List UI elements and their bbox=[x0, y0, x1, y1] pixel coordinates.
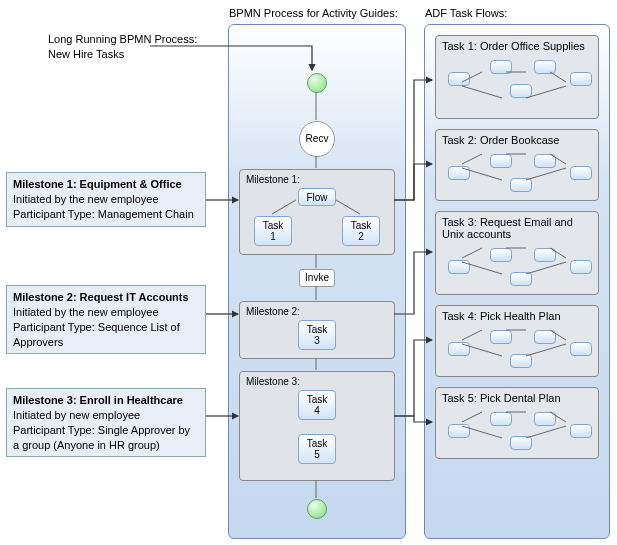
task2-node: Task 2 bbox=[342, 216, 380, 246]
m1-line3: Participant Type: Management Chain bbox=[13, 207, 199, 222]
adf-panel: ADF Task Flows: Task 1: Order Office Sup… bbox=[424, 24, 610, 539]
task1-node: Task 1 bbox=[254, 216, 292, 246]
task4-label: Task 4 bbox=[307, 394, 328, 416]
bpmn-panel: BPMN Process for Activity Guides: Recv M… bbox=[228, 24, 406, 539]
task2-label: Task 2 bbox=[351, 220, 372, 242]
adf-task4-label: Task 4: Pick Health Plan bbox=[442, 310, 561, 322]
m2-line2: Initiated by the new employee bbox=[13, 305, 199, 320]
m3-title: Milestone 3: Enroll in Healthcare bbox=[13, 393, 199, 408]
m2-title: Milestone 2: Request IT Accounts bbox=[13, 290, 199, 305]
diagram-canvas: Long Running BPMN Process: New Hire Task… bbox=[0, 0, 617, 545]
milestone1-container-label: Milestone 1: bbox=[246, 174, 300, 185]
mini-flow-icon bbox=[442, 244, 592, 292]
milestone2-container-label: Milestone 2: bbox=[246, 306, 300, 317]
end-event-icon bbox=[307, 499, 327, 519]
m1-title: Milestone 1: Equipment & Office bbox=[13, 177, 199, 192]
adf-task1-label: Task 1: Order Office Supplies bbox=[442, 40, 585, 52]
flow-node-label: Flow bbox=[306, 192, 327, 203]
milestone3-annotation: Milestone 3: Enroll in Healthcare Initia… bbox=[6, 388, 206, 457]
milestone3-container-label: Milestone 3: bbox=[246, 376, 300, 387]
task4-node: Task 4 bbox=[298, 390, 336, 420]
milestone1-container: Milestone 1: Flow Task 1 Task 2 bbox=[239, 169, 395, 255]
task3-node: Task 3 bbox=[298, 320, 336, 350]
mini-flow-icon bbox=[442, 326, 592, 374]
long-running-process-label: Long Running BPMN Process: New Hire Task… bbox=[48, 32, 203, 62]
text: Long Running BPMN Process: New Hire Task… bbox=[48, 33, 197, 60]
m2-line3: Participant Type: Sequence List of Appro… bbox=[13, 320, 199, 350]
milestone2-annotation: Milestone 2: Request IT Accounts Initiat… bbox=[6, 285, 206, 354]
mini-flow-icon bbox=[442, 56, 592, 104]
adf-task3: Task 3: Request Email and Unix accounts bbox=[435, 211, 599, 295]
task1-label: Task 1 bbox=[263, 220, 284, 242]
adf-task2-label: Task 2: Order Bookcase bbox=[442, 134, 559, 146]
adf-task5-label: Task 5: Pick Dental Plan bbox=[442, 392, 561, 404]
start-event-icon bbox=[307, 73, 327, 93]
milestone1-annotation: Milestone 1: Equipment & Office Initiate… bbox=[6, 172, 206, 227]
bpmn-panel-title: BPMN Process for Activity Guides: bbox=[229, 7, 398, 19]
mini-flow-icon bbox=[442, 150, 592, 198]
adf-task3-label: Task 3: Request Email and Unix accounts bbox=[442, 216, 573, 240]
recv-label: Recv bbox=[306, 133, 329, 144]
m1-line2: Initiated by the new employee bbox=[13, 192, 199, 207]
task5-label: Task 5 bbox=[307, 438, 328, 460]
m3-line2: Initiated by new employee bbox=[13, 408, 199, 423]
task3-label: Task 3 bbox=[307, 324, 328, 346]
mini-flow-icon bbox=[442, 408, 592, 456]
adf-task1: Task 1: Order Office Supplies bbox=[435, 35, 599, 119]
adf-panel-title: ADF Task Flows: bbox=[425, 7, 507, 19]
task5-node: Task 5 bbox=[298, 434, 336, 464]
invoke-activity: Invke bbox=[299, 269, 335, 287]
flow-node: Flow bbox=[298, 188, 336, 206]
receive-activity: Recv bbox=[299, 121, 335, 157]
adf-task2: Task 2: Order Bookcase bbox=[435, 129, 599, 201]
milestone3-container: Milestone 3: Task 4 Task 5 bbox=[239, 371, 395, 481]
adf-task5: Task 5: Pick Dental Plan bbox=[435, 387, 599, 459]
invoke-label: Invke bbox=[305, 272, 329, 283]
m3-line3: Participant Type: Single Approver by a g… bbox=[13, 423, 199, 453]
milestone2-container: Milestone 2: Task 3 bbox=[239, 301, 395, 359]
adf-task4: Task 4: Pick Health Plan bbox=[435, 305, 599, 377]
